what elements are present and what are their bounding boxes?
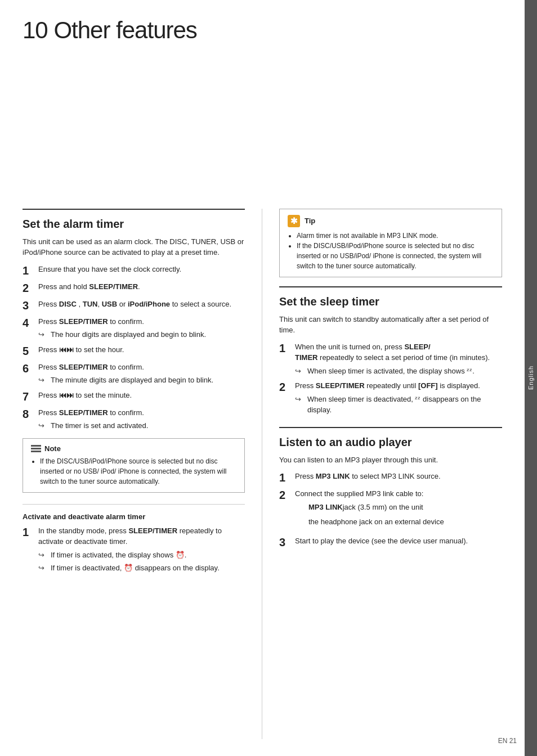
audio-step-num-2: 2 — [279, 488, 295, 502]
tip-list: Alarm timer is not available in MP3 LINK… — [288, 231, 494, 271]
tip-icon: ✱ — [288, 215, 300, 227]
audio-step-content-2: Connect the supplied MP3 link cable to: … — [295, 488, 502, 532]
step-content-8: Press SLEEP/TIMER to confirm. ↪ The time… — [38, 407, 245, 431]
step-2-bold: SLEEP/TIMER — [89, 282, 138, 291]
sleep-step-content-2: Press SLEEP/TIMER repeatedly until [OFF]… — [295, 380, 502, 416]
step-num-8: 8 — [23, 407, 38, 421]
sleep-step-1: 1 When the unit is turned on, press SLEE… — [279, 341, 502, 377]
sleep-sub-1a: ↪ When sleep timer is activated, the dis… — [295, 366, 502, 377]
audio-mp3link-bold-1: MP3 LINK — [316, 472, 350, 480]
page-footer: EN 21 — [498, 737, 517, 745]
activate-alarm-steps: 1 In the standby mode, press SLEEP/TIMER… — [23, 525, 245, 574]
sleep-bold-2: SLEEP/TIMER — [316, 381, 365, 390]
step-3-ipod: iPod/iPhone — [128, 300, 170, 308]
step-8-sub: ↪ The timer is set and activated. — [38, 420, 245, 431]
sleep-step-2: 2 Press SLEEP/TIMER repeatedly until [OF… — [279, 380, 502, 416]
step-content-3: Press DISC , TUN, USB or iPod/iPhone to … — [38, 299, 245, 310]
step-6-suffix: to confirm. — [108, 363, 144, 371]
step-5-icon: ⏮⏭ — [59, 345, 74, 354]
tip-star-icon: ✱ — [290, 216, 298, 226]
alarm-step-3: 3 Press DISC , TUN, USB or iPod/iPhone t… — [23, 299, 245, 312]
audio-step-content-3: Start to play the device (see the device… — [295, 536, 502, 547]
step-7-icon: ⏮⏭ — [59, 391, 74, 399]
page-header: 10 Other features — [23, 17, 502, 203]
arrow-icon-s1: ↪ — [295, 366, 305, 377]
page-title: 10 Other features — [23, 17, 502, 44]
sleep-timer-section: Set the sleep timer This unit can switch… — [279, 286, 502, 416]
note-item-1: If the DISC/USB/iPod/iPhone source is se… — [40, 456, 236, 487]
step-8-suffix: to confirm. — [108, 408, 144, 417]
main-content: 10 Other features Set the alarm timer Th… — [0, 0, 525, 756]
audio-player-steps: 1 Press MP3 LINK to select MP3 LINK sour… — [279, 471, 502, 549]
alarm-step-1: 1 Ensure that you have set the clock cor… — [23, 264, 245, 277]
tip-item-2: If the DISC/USB/iPod/iPhone source is se… — [297, 241, 494, 271]
section-divider-thin — [23, 504, 245, 505]
step-content-7: Press ⏮⏭ to set the minute. — [38, 390, 245, 401]
step-4-sub-text: The hour digits are displayed and begin … — [51, 329, 206, 340]
step-8-prefix: Press — [38, 408, 59, 417]
activate-sub-text-1: If timer is activated, the display shows… — [51, 550, 186, 561]
sleep-sub-text-1a: When sleep timer is activated, the displ… — [307, 366, 475, 377]
step-3-tun: TUN — [83, 300, 98, 308]
step-content-5: Press ⏮⏭ to set the hour. — [38, 344, 245, 356]
tip-header: ✱ Tip — [288, 215, 494, 227]
step-3-usb: USB — [102, 300, 117, 308]
audio-step-content-1: Press MP3 LINK to select MP3 LINK source… — [295, 471, 502, 482]
audio-player-heading: Listen to an audio player — [279, 436, 502, 449]
step-content-1: Ensure that you have set the clock corre… — [38, 264, 245, 275]
tip-box: ✱ Tip Alarm timer is not available in MP… — [279, 209, 502, 277]
audio-player-intro: You can listen to an MP3 player through … — [279, 454, 502, 466]
sidebar-language-tab: English — [525, 0, 537, 756]
alarm-step-6: 6 Press SLEEP/TIMER to confirm. ↪ The mi… — [23, 362, 245, 386]
audio-step-1: 1 Press MP3 LINK to select MP3 LINK sour… — [279, 471, 502, 484]
step-2-prefix: Press and hold — [38, 282, 89, 291]
right-column: ✱ Tip Alarm timer is not available in MP… — [262, 209, 502, 740]
step-num-6: 6 — [23, 362, 38, 375]
activate-sub-1: ↪ If timer is activated, the display sho… — [38, 550, 245, 561]
sleep-off-bold: [OFF] — [418, 381, 438, 390]
activate-sub-text-2: If timer is deactivated, ⏰ disappears on… — [51, 562, 220, 574]
step-4-sub: ↪ The hour digits are displayed and begi… — [38, 329, 245, 340]
step-content-2: Press and hold SLEEP/TIMER. — [38, 281, 245, 292]
activate-step-content-1: In the standby mode, press SLEEP/TIMER r… — [38, 525, 245, 574]
audio-step-2-bullets: MP3 LINK jack (3.5 mm) on the unit the h… — [295, 502, 502, 528]
alarm-step-2: 2 Press and hold SLEEP/TIMER. — [23, 281, 245, 295]
sleep-timer-steps: 1 When the unit is turned on, press SLEE… — [279, 341, 502, 416]
step-6-sub-text: The minute digits are displayed and begi… — [51, 375, 213, 386]
alarm-timer-steps: 1 Ensure that you have set the clock cor… — [23, 264, 245, 431]
arrow-icon-s2: ↪ — [295, 394, 305, 405]
sidebar-language-label: English — [527, 366, 534, 390]
audio-mp3link-bold-2: MP3 LINK — [308, 502, 343, 513]
sleep-sub-text-2a: When sleep timer is deactivated, ᶻᶻ disa… — [307, 394, 502, 416]
step-6-prefix: Press — [38, 363, 59, 371]
page-number: EN 21 — [498, 737, 517, 745]
activate-alarm-heading: Activate and deactivate alarm timer — [23, 512, 245, 521]
audio-bullet-1: MP3 LINK jack (3.5 mm) on the unit — [308, 502, 502, 513]
alarm-step-5: 5 Press ⏮⏭ to set the hour. — [23, 344, 245, 358]
arrow-icon-a2: ↪ — [38, 562, 48, 574]
activate-sleep-timer-bold: SLEEP/TIMER — [128, 526, 177, 535]
sleep-bold-1: SLEEP/TIMER — [295, 343, 431, 362]
step-6-bold: SLEEP/TIMER — [59, 363, 108, 371]
step-1-text: Ensure that you have set the clock corre… — [38, 265, 181, 273]
audio-step-2: 2 Connect the supplied MP3 link cable to… — [279, 488, 502, 532]
sleep-step-content-1: When the unit is turned on, press SLEEP/… — [295, 341, 502, 377]
step-content-6: Press SLEEP/TIMER to confirm. ↪ The minu… — [38, 362, 245, 386]
arrow-icon-6: ↪ — [38, 375, 48, 386]
sleep-sub-2a: ↪ When sleep timer is deactivated, ᶻᶻ di… — [295, 394, 502, 416]
step-4-suffix: to confirm. — [108, 317, 144, 326]
step-num-7: 7 — [23, 390, 38, 403]
arrow-icon-4: ↪ — [38, 329, 48, 340]
note-label: Note — [44, 444, 61, 453]
sleep-timer-heading: Set the sleep timer — [279, 295, 502, 308]
step-3-disc: DISC — [59, 300, 77, 308]
audio-step-3: 3 Start to play the device (see the devi… — [279, 536, 502, 549]
alarm-step-8: 8 Press SLEEP/TIMER to confirm. ↪ The ti… — [23, 407, 245, 431]
alarm-timer-heading: Set the alarm timer — [23, 218, 245, 231]
activate-step-1: 1 In the standby mode, press SLEEP/TIMER… — [23, 525, 245, 574]
arrow-icon-a1: ↪ — [38, 550, 48, 561]
alarm-note-box: Note If the DISC/USB/iPod/iPhone source … — [23, 438, 245, 493]
left-column: Set the alarm timer This unit can be use… — [23, 209, 262, 740]
note-header: Note — [31, 444, 236, 453]
section-divider — [23, 209, 245, 210]
